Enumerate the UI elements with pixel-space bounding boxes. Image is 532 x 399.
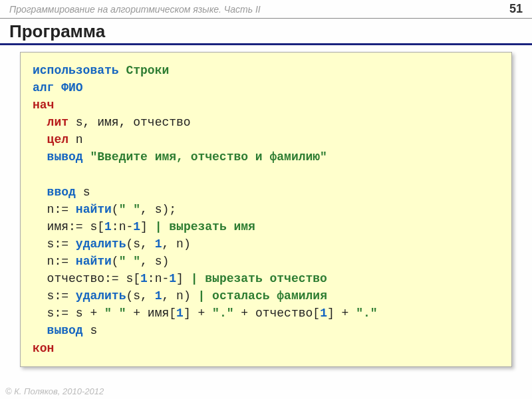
code-line: s:= удалить(s, 1, n) | осталась фамилия <box>33 287 499 305</box>
library-name: Строки <box>126 64 169 77</box>
fn-find: найти <box>76 255 112 268</box>
breadcrumb: Программирование на алгоритмическом язык… <box>9 4 261 15</box>
keyword-input: ввод <box>47 186 76 199</box>
code-line: s:= удалить(s, 1, n) <box>33 235 499 253</box>
string-literal: "Введите имя, отчество и фамилию" <box>83 150 327 164</box>
code-line: ввод s <box>33 184 499 201</box>
code-line: лит s, имя, отчество <box>33 114 499 131</box>
code-line: имя:= s[1:n-1] | вырезать имя <box>33 218 499 235</box>
code-line: использовать Строки <box>33 62 499 79</box>
code-line: n:= найти(" ", s) <box>33 253 499 270</box>
code-line: цел n <box>33 131 499 148</box>
section-title: Программа <box>0 19 532 45</box>
keyword-use: использовать <box>33 64 119 77</box>
code-line: s:= s + " " + имя[1] + "." + отчество[1]… <box>33 305 499 322</box>
fn-find: найти <box>76 203 112 216</box>
keyword-output: вывод <box>47 150 83 164</box>
comment: | осталась фамилия <box>198 289 327 303</box>
var-list: s, имя, отчество <box>68 116 191 129</box>
code-line: вывод "Введите имя, отчество и фамилию" <box>33 148 499 166</box>
code-line: n:= найти(" ", s); <box>33 201 499 218</box>
alg-name: ФИО <box>61 81 82 94</box>
string-space: " " <box>119 255 140 268</box>
keyword-int: цел <box>47 133 68 146</box>
page-number: 51 <box>509 2 523 16</box>
footer-copyright: © К. Поляков, 2010-2012 <box>5 386 104 396</box>
header-bar: Программирование на алгоритмическом язык… <box>0 0 532 19</box>
comment: | вырезать имя <box>155 220 255 233</box>
string-space: " " <box>119 203 140 216</box>
keyword-lit: лит <box>47 116 68 129</box>
code-block: использовать Строки алг ФИО нач лит s, и… <box>20 52 512 367</box>
keyword-alg: алг <box>33 81 54 94</box>
blank-line <box>33 166 499 184</box>
code-line: алг ФИО <box>33 79 499 96</box>
comment: | вырезать отчество <box>191 272 327 285</box>
keyword-output: вывод <box>47 324 83 337</box>
var-n: n <box>68 133 83 146</box>
code-line: нач <box>33 96 499 114</box>
fn-delete: удалить <box>76 237 126 251</box>
code-line: отчество:= s[1:n-1] | вырезать отчество <box>33 270 499 287</box>
var-s: s <box>76 186 90 199</box>
code-line: вывод s <box>33 322 499 339</box>
keyword-begin: нач <box>33 98 54 112</box>
fn-delete: удалить <box>76 289 126 303</box>
code-line: кон <box>33 340 499 357</box>
keyword-end: кон <box>33 342 54 355</box>
